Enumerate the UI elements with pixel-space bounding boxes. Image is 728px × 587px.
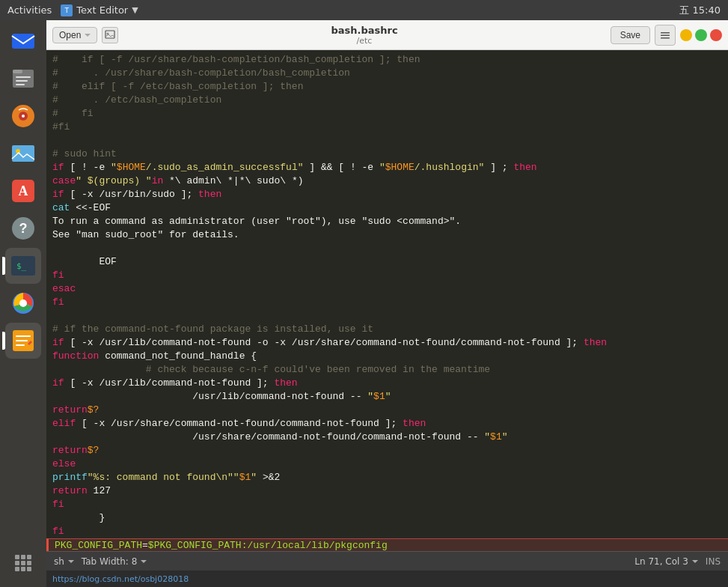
status-position[interactable]: Ln 71, Col 3	[634, 556, 698, 567]
status-lang[interactable]: sh	[54, 556, 74, 567]
tab-width-chevron	[141, 560, 147, 563]
status-mode: INS	[706, 556, 721, 567]
sidebar-item-email[interactable]	[5, 23, 41, 59]
open-label: Open	[59, 30, 81, 40]
activities-button[interactable]: Activities	[7, 4, 52, 16]
table-row: To run a command as administrator (user …	[52, 215, 728, 228]
svg-text:$_: $_	[16, 261, 27, 271]
table-row: # if [ -f /usr/share/bash-completion/bas…	[52, 53, 728, 67]
svg-rect-26	[661, 32, 670, 34]
position-chevron	[692, 560, 698, 563]
sidebar-item-files[interactable]	[5, 61, 41, 97]
status-bar: sh Tab Width: 8 Ln 71, Col 3 INS	[46, 551, 728, 571]
svg-rect-23	[16, 344, 25, 346]
svg-rect-24	[105, 31, 114, 38]
sidebar: A ? $_	[0, 20, 46, 587]
table-row: esac	[52, 282, 728, 296]
open-button[interactable]: Open	[52, 27, 97, 43]
table-row: /usr/lib/command-not-found -- "$1"	[52, 390, 728, 404]
sidebar-item-images[interactable]	[5, 136, 41, 171]
svg-point-19	[19, 299, 27, 307]
sidebar-item-chrome[interactable]	[5, 285, 41, 321]
table-row: if [ ! -e "$HOME/.sudo_as_admin_successf…	[52, 161, 728, 174]
table-row: else	[52, 457, 728, 471]
editor-toolbar: Open bash.bashrc /etc Save	[46, 20, 728, 50]
main-layout: A ? $_	[0, 20, 728, 587]
table-row: return 127	[52, 484, 728, 498]
table-row: elif [ -x /usr/share/command-not-found/c…	[52, 417, 728, 431]
table-row: # sudo hint	[52, 147, 728, 161]
app-name-label: Text Editor	[76, 4, 128, 16]
table-row: case " $(groups) " in *\ admin\ *|*\ sud…	[52, 174, 728, 188]
table-row: #fi	[52, 121, 728, 134]
menu-button[interactable]	[655, 25, 676, 46]
window-controls	[680, 29, 722, 41]
table-row: /usr/share/command-not-found/command-not…	[52, 431, 728, 444]
close-button[interactable]	[710, 29, 722, 41]
toolbar-image-button[interactable]	[102, 27, 118, 43]
app-title: T Text Editor ▼	[61, 4, 138, 16]
svg-rect-22	[16, 340, 28, 341]
maximize-button[interactable]	[695, 29, 707, 41]
svg-rect-5	[16, 84, 25, 85]
table-row: fi	[52, 498, 728, 511]
table-row: return $?	[52, 404, 728, 417]
svg-point-8	[22, 115, 25, 118]
table-row: if [ -x /usr/lib/command-not-found -o -x…	[52, 336, 728, 350]
system-bar: Activities T Text Editor ▼ 五 15:40	[0, 0, 728, 20]
table-row: fi	[52, 269, 728, 282]
status-tab-width[interactable]: Tab Width: 8	[82, 556, 147, 567]
table-row: cat <<-EOF	[52, 201, 728, 215]
svg-text:A: A	[19, 183, 28, 198]
sidebar-item-terminal[interactable]: $_	[5, 248, 41, 284]
sidebar-item-texteditor[interactable]	[5, 323, 41, 359]
table-row: fi	[52, 296, 728, 309]
table-row: # . /etc/bash_completion	[52, 94, 728, 107]
code-editor[interactable]: # if [ -f /usr/share/bash-completion/bas…	[46, 50, 728, 551]
table-row: # if the command-not-found package is in…	[52, 323, 728, 336]
table-row	[52, 134, 728, 147]
sidebar-item-help[interactable]: ?	[5, 210, 41, 246]
table-row: printf "%s: command not found\n" "$1" >&…	[52, 471, 728, 484]
table-row: if [ -x /usr/lib/command-not-found ]; th…	[52, 377, 728, 390]
table-row: # fi	[52, 107, 728, 121]
svg-rect-21	[16, 335, 31, 337]
editor-content: Open bash.bashrc /etc Save	[46, 20, 728, 587]
table-row	[52, 242, 728, 255]
svg-rect-28	[661, 37, 670, 39]
file-path: /etc	[357, 36, 373, 46]
table-row: # . /usr/share/bash-completion/bash_comp…	[52, 67, 728, 80]
table-row: EOF	[52, 255, 728, 269]
table-row: fi	[52, 525, 728, 538]
file-title-area: bash.bashrc /etc	[123, 25, 605, 46]
svg-rect-0	[12, 34, 34, 49]
svg-rect-27	[661, 34, 670, 36]
lang-chevron	[68, 560, 74, 563]
file-name: bash.bashrc	[331, 25, 397, 36]
svg-rect-4	[16, 80, 28, 82]
table-row: # check because c-n-f could've been remo…	[52, 363, 728, 377]
system-time: 五 15:40	[679, 4, 721, 17]
table-row: See "man sudo_root" for details.	[52, 228, 728, 242]
table-row: return $?	[52, 444, 728, 457]
svg-rect-3	[16, 76, 31, 78]
app-icon: T	[61, 4, 73, 16]
table-row: function command_not_found_handle {	[52, 350, 728, 363]
table-row: # elif [ -f /etc/bash_completion ]; then	[52, 80, 728, 94]
bottom-bar: https://blog.csdn.net/osbj028018	[46, 571, 728, 587]
bottom-url: https://blog.csdn.net/osbj028018	[52, 574, 189, 584]
svg-rect-2	[13, 70, 22, 73]
save-button[interactable]: Save	[611, 26, 650, 44]
app-grid-button[interactable]	[5, 545, 41, 581]
table-row	[52, 309, 728, 323]
table-row: }	[52, 511, 728, 525]
open-chevron	[85, 34, 91, 37]
app-menu-chevron[interactable]: ▼	[132, 5, 138, 15]
svg-rect-9	[12, 145, 34, 162]
svg-text:?: ?	[19, 221, 28, 236]
sidebar-item-appstore[interactable]: A	[5, 173, 41, 209]
minimize-button[interactable]	[680, 29, 692, 41]
table-row: if [ -x /usr/bin/sudo ]; then	[52, 188, 728, 201]
sidebar-item-music[interactable]	[5, 98, 41, 134]
table-row: PKG_CONFIG_PATH=$PKG_CONFIG_PATH:/usr/lo…	[46, 538, 728, 551]
